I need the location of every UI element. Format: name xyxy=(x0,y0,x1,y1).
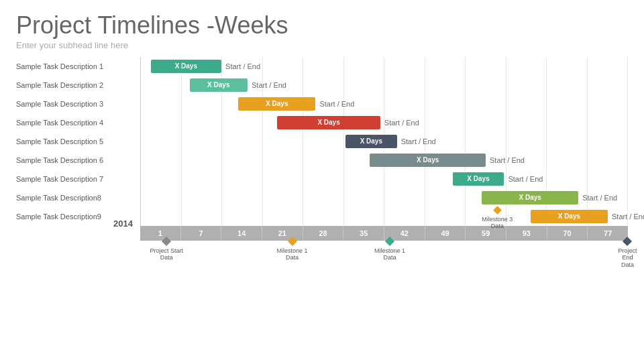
ms-1-diamond xyxy=(287,237,297,246)
axis-tick-1: 7 xyxy=(181,226,222,241)
axis-tick-7: 49 xyxy=(425,226,466,241)
bar-wrapper-8: X DaysStart / End xyxy=(482,191,617,204)
task-label-3: Sample Task Description 3 xyxy=(16,95,140,113)
ms-start-diamond xyxy=(162,237,171,246)
task-label-1: Sample Task Description 1 xyxy=(16,57,140,76)
axis-tick-4: 28 xyxy=(303,226,344,241)
bar-wrapper-5: X DaysStart / End xyxy=(345,135,436,148)
ms-2-diamond xyxy=(385,237,394,246)
bar-wrapper-9: X DaysStart / End xyxy=(531,210,644,223)
task-bar-8: X Days xyxy=(482,191,578,204)
task-row-9: Milestone 3DataX DaysStart / End xyxy=(141,207,628,226)
ms-end-label: Project EndData xyxy=(618,247,637,269)
task-label-5: Sample Task Description 5 xyxy=(16,132,140,151)
task-bar-4: X Days xyxy=(277,116,380,129)
bar-end-label-7: Start / End xyxy=(508,175,543,183)
task-row-4: X DaysStart / End xyxy=(141,113,628,132)
bar-end-label-1: Start / End xyxy=(225,62,260,70)
bar-wrapper-3: X DaysStart / End xyxy=(238,97,354,111)
ms-2-label: Milestone 1Data xyxy=(374,247,405,262)
ms-end-diamond xyxy=(623,237,632,246)
ms-start-label: Project StartData xyxy=(150,247,184,262)
axis-tick-10: 70 xyxy=(547,226,588,241)
task-label-4: Sample Task Description 4 xyxy=(16,113,140,132)
task-rows: X DaysStart / EndX DaysStart / EndX Days… xyxy=(141,57,628,226)
ms-1-label: Milestone 1Data xyxy=(277,247,308,262)
gantt-body: X DaysStart / EndX DaysStart / EndX Days… xyxy=(140,57,628,226)
bar-wrapper-1: X DaysStart / End xyxy=(151,60,261,73)
page: Project Timelines -Weeks Enter your subh… xyxy=(0,0,644,362)
task-bar-1: X Days xyxy=(151,60,222,73)
task-row-3: X DaysStart / End xyxy=(141,95,628,113)
task-row-2: X DaysStart / End xyxy=(141,76,628,95)
task-bar-6: X Days xyxy=(370,154,486,167)
bar-end-label-9: Start / End xyxy=(612,213,644,221)
bar-end-label-3: Start / End xyxy=(319,100,354,108)
bar-wrapper-6: X DaysStart / End xyxy=(370,154,525,167)
year-label: 2014 xyxy=(113,219,133,229)
inline-milestone-9: Milestone 3Data xyxy=(482,207,513,231)
task-row-7: X DaysStart / End xyxy=(141,170,628,188)
task-bar-7: X Days xyxy=(453,172,504,186)
task-row-5: X DaysStart / End xyxy=(141,132,628,151)
bar-end-label-5: Start / End xyxy=(401,137,436,145)
task-row-8: X DaysStart / End xyxy=(141,188,628,207)
page-subtitle: Enter your subhead line here xyxy=(16,40,628,50)
bar-end-label-6: Start / End xyxy=(490,156,525,164)
bar-wrapper-4: X DaysStart / End xyxy=(277,116,419,129)
gantt-container: Sample Task Description 1Sample Task Des… xyxy=(16,57,628,226)
bar-wrapper-7: X DaysStart / End xyxy=(453,172,543,186)
bar-end-label-4: Start / End xyxy=(384,119,419,127)
chart-area: Sample Task Description 1Sample Task Des… xyxy=(16,57,628,259)
milestone-row: Project StartDataMilestone 1DataMileston… xyxy=(140,241,628,259)
task-bar-9: X Days xyxy=(531,210,608,223)
ms-1: Milestone 1Data xyxy=(277,238,308,262)
task-label-2: Sample Task Description 2 xyxy=(16,76,140,95)
ms-end: Project EndData xyxy=(618,238,637,269)
task-label-8: Sample Task Description8 xyxy=(16,188,140,207)
task-row-1: X DaysStart / End xyxy=(141,57,628,76)
task-bar-2: X Days xyxy=(190,78,248,92)
bar-wrapper-2: X DaysStart / End xyxy=(190,78,286,92)
inline-milestone-label: Milestone 3Data xyxy=(482,216,513,231)
milestone-diamond xyxy=(493,206,502,215)
task-labels: Sample Task Description 1Sample Task Des… xyxy=(16,57,140,226)
task-label-6: Sample Task Description 6 xyxy=(16,151,140,170)
task-bar-3: X Days xyxy=(238,97,315,111)
ms-start: Project StartData xyxy=(150,238,184,262)
page-title: Project Timelines -Weeks xyxy=(16,12,628,39)
task-row-6: X DaysStart / End xyxy=(141,151,628,170)
task-label-7: Sample Task Description 7 xyxy=(16,170,140,188)
bar-end-label-8: Start / End xyxy=(582,194,617,202)
ms-2: Milestone 1Data xyxy=(374,238,405,262)
task-bar-5: X Days xyxy=(345,135,397,148)
axis-tick-2: 14 xyxy=(221,226,262,241)
bar-end-label-2: Start / End xyxy=(252,81,286,89)
